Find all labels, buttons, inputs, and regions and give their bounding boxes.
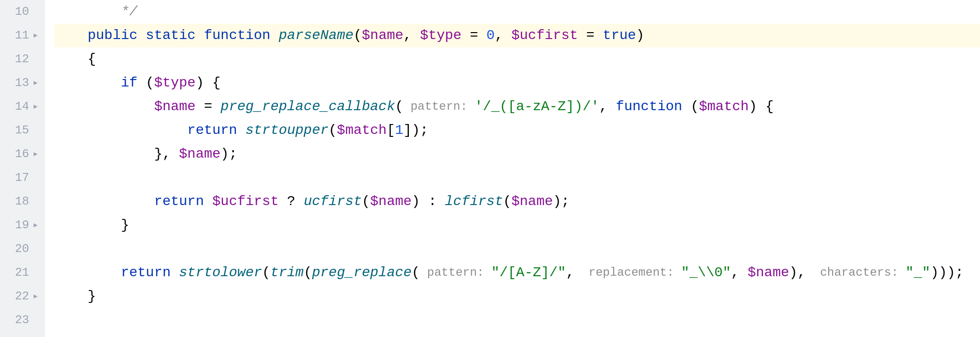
code-line: return strtoupper($match[1]); xyxy=(54,119,980,142)
line-number: 19 xyxy=(13,216,29,234)
code-editor: 1011 1213 14 1516 171819 202122 2324 252… xyxy=(0,0,980,337)
param-token: $name xyxy=(511,191,553,212)
code-line: $name = preg_replace_callback( pattern: … xyxy=(54,95,980,119)
plain-token xyxy=(237,120,246,141)
gutter-row: 16 xyxy=(0,142,44,166)
punc-token: } xyxy=(88,286,96,307)
indent-token xyxy=(54,143,154,165)
line-number: 14 xyxy=(13,97,29,116)
svg-marker-1 xyxy=(34,81,38,85)
code-line xyxy=(54,308,980,332)
indent-token xyxy=(54,48,88,70)
line-number: 12 xyxy=(13,50,29,68)
code-line: if ($type) { xyxy=(54,71,980,95)
gutter-row: 23 xyxy=(0,308,44,332)
param-token: $ucfirst xyxy=(511,25,578,46)
svg-marker-5 xyxy=(34,295,38,298)
punc-token: , xyxy=(495,25,512,46)
line-number: 17 xyxy=(13,168,29,187)
fold-icon-spacer xyxy=(31,268,40,277)
str-token: "_\\0" xyxy=(681,262,731,283)
param-token: $type xyxy=(154,72,196,93)
indent-token xyxy=(54,1,121,22)
gutter-row: 19 xyxy=(0,213,44,237)
gutter-row: 11 xyxy=(0,24,44,47)
gutter-row: 17 xyxy=(0,166,44,190)
plain-token xyxy=(608,96,616,117)
gutter-row: 21 xyxy=(0,261,44,285)
svg-marker-0 xyxy=(34,34,38,38)
fold-icon-spacer xyxy=(31,126,40,135)
num-token: 0 xyxy=(487,25,495,46)
fold-icon-spacer xyxy=(31,316,40,325)
code-line xyxy=(54,237,980,261)
gutter-row: 20 xyxy=(0,237,44,261)
fn-token: trim xyxy=(270,262,304,283)
line-number: 24 xyxy=(13,335,29,337)
kw-token: public xyxy=(88,25,137,46)
kw-token: return xyxy=(154,191,204,212)
line-number: 16 xyxy=(13,145,29,163)
code-line: return strtolower(trim(preg_replace( pat… xyxy=(54,261,980,285)
param-token: $name xyxy=(370,191,412,212)
kw-token: function xyxy=(616,96,682,117)
svg-marker-2 xyxy=(34,105,38,109)
line-number-gutter: 1011 1213 14 1516 171819 202122 2324 252… xyxy=(0,0,45,337)
fold-icon[interactable] xyxy=(31,31,40,40)
fold-icon[interactable] xyxy=(31,79,40,87)
gutter-row: 14 xyxy=(0,95,44,119)
kw-token: true xyxy=(603,25,636,46)
punc-token: , xyxy=(731,262,739,283)
fold-icon[interactable] xyxy=(31,221,40,230)
plain-token xyxy=(204,191,212,212)
plain-token: ( xyxy=(682,96,699,117)
fold-icon-spacer xyxy=(31,55,40,64)
svg-marker-3 xyxy=(34,152,38,156)
param-hint-token: pattern: xyxy=(403,97,475,116)
punc-token: ( xyxy=(304,262,312,283)
plain-token xyxy=(270,25,279,46)
gutter-row: 13 xyxy=(0,71,44,95)
num-token: 1 xyxy=(395,120,403,141)
plain-token: = xyxy=(196,96,221,117)
punc-token: , xyxy=(403,25,420,46)
fold-icon-spacer xyxy=(31,197,40,206)
fold-icon[interactable] xyxy=(31,150,40,159)
fold-icon[interactable] xyxy=(31,102,40,111)
str-token: "_" xyxy=(905,262,930,283)
fold-icon[interactable] xyxy=(31,292,40,301)
code-content-area: */ public static function parseName($nam… xyxy=(45,0,980,337)
fn-token: preg_replace_callback xyxy=(221,96,395,117)
plain-token: = xyxy=(461,25,486,46)
gutter-row: 15 xyxy=(0,119,44,142)
punc-token: ) xyxy=(412,191,420,212)
indent-token xyxy=(54,286,88,307)
punc-token: ); xyxy=(221,143,237,165)
line-number: 21 xyxy=(13,263,29,282)
indent-token xyxy=(54,214,121,236)
comment-doc-token: /** xyxy=(88,333,112,337)
indent-token xyxy=(54,96,154,117)
param-token: $name xyxy=(362,25,403,46)
plain-token xyxy=(171,262,179,283)
punc-token: ( xyxy=(362,191,370,212)
line-number: 23 xyxy=(13,311,29,329)
param-token: $name xyxy=(748,262,789,283)
code-line: } xyxy=(54,213,980,237)
code-line: }, $name); xyxy=(54,142,980,166)
punc-token: ( xyxy=(262,262,270,283)
kw-token: if xyxy=(121,72,137,93)
param-token: $name xyxy=(154,96,196,117)
punc-token: ); xyxy=(553,191,570,212)
comment-token: */ xyxy=(121,1,137,22)
plain-token: ) { xyxy=(196,72,221,93)
punc-token: ( xyxy=(395,96,403,117)
plain-token: ? xyxy=(279,191,304,212)
line-number: 13 xyxy=(13,74,29,92)
code-line xyxy=(54,166,980,190)
svg-marker-4 xyxy=(34,223,38,227)
line-number: 10 xyxy=(13,2,29,21)
plain-token: : xyxy=(420,191,445,212)
punc-token: { xyxy=(88,48,96,70)
punc-token: ))); xyxy=(931,262,964,283)
